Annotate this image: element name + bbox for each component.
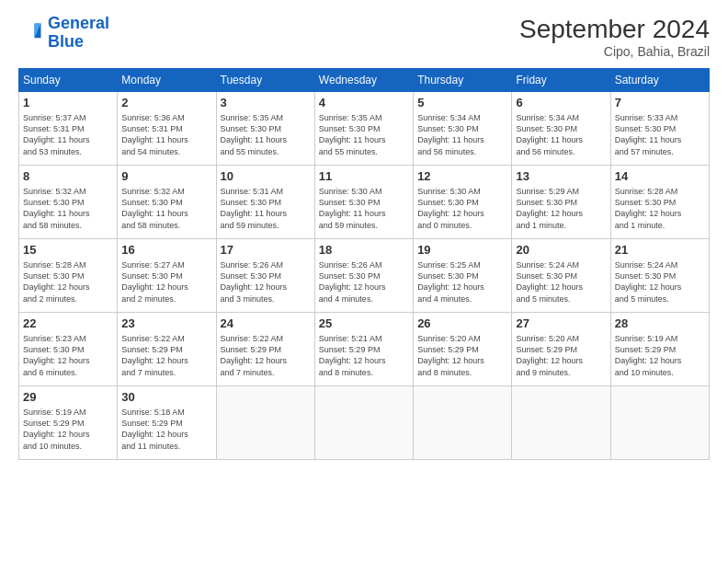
calendar-cell: 28Sunrise: 5:19 AM Sunset: 5:29 PM Dayli… [610, 313, 709, 386]
calendar-cell [314, 386, 413, 460]
day-number: 3 [221, 95, 311, 111]
calendar-cell: 2Sunrise: 5:36 AM Sunset: 5:31 PM Daylig… [118, 92, 216, 166]
day-number: 8 [23, 168, 113, 185]
calendar-cell: 14Sunrise: 5:28 AM Sunset: 5:30 PM Dayli… [610, 166, 709, 239]
calendar-cell: 12Sunrise: 5:30 AM Sunset: 5:30 PM Dayli… [414, 166, 512, 239]
day-number: 24 [221, 316, 311, 332]
day-number: 28 [615, 316, 705, 332]
calendar-week-2: 15Sunrise: 5:28 AM Sunset: 5:30 PM Dayli… [19, 239, 710, 313]
calendar-cell: 10Sunrise: 5:31 AM Sunset: 5:30 PM Dayli… [216, 166, 314, 239]
day-info: Sunrise: 5:22 AM Sunset: 5:29 PM Dayligh… [121, 333, 211, 378]
calendar-cell: 13Sunrise: 5:29 AM Sunset: 5:30 PM Dayli… [512, 166, 610, 239]
day-number: 7 [615, 95, 705, 111]
calendar-cell: 9Sunrise: 5:32 AM Sunset: 5:30 PM Daylig… [118, 166, 216, 239]
day-number: 29 [23, 389, 113, 406]
calendar-cell: 8Sunrise: 5:32 AM Sunset: 5:30 PM Daylig… [19, 166, 118, 239]
day-number: 18 [319, 242, 409, 259]
title-block: September 2024 Cipo, Bahia, Brazil [519, 15, 710, 59]
calendar-week-3: 22Sunrise: 5:23 AM Sunset: 5:30 PM Dayli… [19, 313, 710, 386]
day-number: 25 [319, 316, 409, 332]
col-monday: Monday [118, 69, 216, 92]
col-tuesday: Tuesday [216, 69, 314, 92]
day-info: Sunrise: 5:34 AM Sunset: 5:30 PM Dayligh… [417, 112, 507, 157]
calendar-cell: 3Sunrise: 5:35 AM Sunset: 5:30 PM Daylig… [216, 92, 314, 166]
day-info: Sunrise: 5:21 AM Sunset: 5:29 PM Dayligh… [319, 333, 409, 378]
logo-icon [18, 20, 44, 46]
calendar-cell: 23Sunrise: 5:22 AM Sunset: 5:29 PM Dayli… [118, 313, 216, 386]
calendar-cell [216, 386, 314, 460]
logo: General Blue [18, 15, 109, 52]
day-number: 16 [121, 242, 211, 259]
calendar-cell: 15Sunrise: 5:28 AM Sunset: 5:30 PM Dayli… [19, 239, 118, 313]
day-number: 13 [516, 168, 606, 185]
day-number: 10 [221, 168, 311, 185]
logo-text: General Blue [48, 15, 109, 52]
day-number: 9 [121, 168, 211, 185]
day-number: 27 [516, 316, 606, 332]
calendar-cell [414, 386, 512, 460]
calendar-cell: 20Sunrise: 5:24 AM Sunset: 5:30 PM Dayli… [512, 239, 610, 313]
calendar-cell: 7Sunrise: 5:33 AM Sunset: 5:30 PM Daylig… [610, 92, 709, 166]
day-info: Sunrise: 5:35 AM Sunset: 5:30 PM Dayligh… [319, 112, 409, 157]
calendar-week-1: 8Sunrise: 5:32 AM Sunset: 5:30 PM Daylig… [19, 166, 710, 239]
calendar-cell: 16Sunrise: 5:27 AM Sunset: 5:30 PM Dayli… [118, 239, 216, 313]
day-number: 11 [319, 168, 409, 185]
header-row: Sunday Monday Tuesday Wednesday Thursday… [19, 69, 710, 92]
day-info: Sunrise: 5:32 AM Sunset: 5:30 PM Dayligh… [121, 186, 211, 231]
day-number: 22 [23, 316, 113, 332]
day-number: 1 [23, 95, 113, 111]
calendar-cell [610, 386, 709, 460]
day-info: Sunrise: 5:27 AM Sunset: 5:30 PM Dayligh… [121, 259, 211, 304]
col-friday: Friday [512, 69, 610, 92]
calendar-cell: 27Sunrise: 5:20 AM Sunset: 5:29 PM Dayli… [512, 313, 610, 386]
day-info: Sunrise: 5:30 AM Sunset: 5:30 PM Dayligh… [417, 186, 507, 231]
calendar-body: 1Sunrise: 5:37 AM Sunset: 5:31 PM Daylig… [19, 92, 710, 460]
day-info: Sunrise: 5:28 AM Sunset: 5:30 PM Dayligh… [23, 259, 113, 304]
day-number: 12 [417, 168, 507, 185]
calendar-cell: 29Sunrise: 5:19 AM Sunset: 5:29 PM Dayli… [19, 386, 118, 460]
day-info: Sunrise: 5:25 AM Sunset: 5:30 PM Dayligh… [417, 259, 507, 304]
calendar-cell: 6Sunrise: 5:34 AM Sunset: 5:30 PM Daylig… [512, 92, 610, 166]
day-number: 26 [417, 316, 507, 332]
day-info: Sunrise: 5:19 AM Sunset: 5:29 PM Dayligh… [615, 333, 705, 378]
day-info: Sunrise: 5:18 AM Sunset: 5:29 PM Dayligh… [121, 407, 211, 452]
day-info: Sunrise: 5:24 AM Sunset: 5:30 PM Dayligh… [516, 259, 606, 304]
day-number: 30 [121, 389, 211, 406]
svg-marker-2 [22, 23, 35, 38]
day-number: 4 [319, 95, 409, 111]
day-number: 20 [516, 242, 606, 259]
day-info: Sunrise: 5:20 AM Sunset: 5:29 PM Dayligh… [417, 333, 507, 378]
day-number: 21 [615, 242, 705, 259]
calendar-table: Sunday Monday Tuesday Wednesday Thursday… [18, 68, 710, 460]
calendar-cell: 21Sunrise: 5:24 AM Sunset: 5:30 PM Dayli… [610, 239, 709, 313]
calendar-cell: 18Sunrise: 5:26 AM Sunset: 5:30 PM Dayli… [314, 239, 413, 313]
day-info: Sunrise: 5:23 AM Sunset: 5:30 PM Dayligh… [23, 333, 113, 378]
logo-blue: Blue [48, 33, 109, 52]
day-info: Sunrise: 5:34 AM Sunset: 5:30 PM Dayligh… [516, 112, 606, 157]
calendar-cell: 17Sunrise: 5:26 AM Sunset: 5:30 PM Dayli… [216, 239, 314, 313]
header: General Blue September 2024 Cipo, Bahia,… [18, 15, 710, 59]
logo-general: General [48, 14, 109, 32]
calendar-cell: 11Sunrise: 5:30 AM Sunset: 5:30 PM Dayli… [314, 166, 413, 239]
day-number: 19 [417, 242, 507, 259]
calendar-week-4: 29Sunrise: 5:19 AM Sunset: 5:29 PM Dayli… [19, 386, 710, 460]
day-info: Sunrise: 5:29 AM Sunset: 5:30 PM Dayligh… [516, 186, 606, 231]
calendar-cell: 1Sunrise: 5:37 AM Sunset: 5:31 PM Daylig… [19, 92, 118, 166]
day-number: 17 [221, 242, 311, 259]
calendar-cell: 26Sunrise: 5:20 AM Sunset: 5:29 PM Dayli… [414, 313, 512, 386]
calendar-cell: 30Sunrise: 5:18 AM Sunset: 5:29 PM Dayli… [118, 386, 216, 460]
col-sunday: Sunday [19, 69, 118, 92]
month-title: September 2024 [519, 15, 710, 44]
calendar-cell: 19Sunrise: 5:25 AM Sunset: 5:30 PM Dayli… [414, 239, 512, 313]
day-info: Sunrise: 5:36 AM Sunset: 5:31 PM Dayligh… [121, 112, 211, 157]
day-info: Sunrise: 5:35 AM Sunset: 5:30 PM Dayligh… [221, 112, 311, 157]
day-number: 5 [417, 95, 507, 111]
day-number: 14 [615, 168, 705, 185]
day-info: Sunrise: 5:26 AM Sunset: 5:30 PM Dayligh… [319, 259, 409, 304]
day-info: Sunrise: 5:19 AM Sunset: 5:29 PM Dayligh… [23, 407, 113, 452]
day-number: 23 [121, 316, 211, 332]
page: General Blue September 2024 Cipo, Bahia,… [0, 0, 728, 563]
day-info: Sunrise: 5:37 AM Sunset: 5:31 PM Dayligh… [23, 112, 113, 157]
day-info: Sunrise: 5:22 AM Sunset: 5:29 PM Dayligh… [221, 333, 311, 378]
day-info: Sunrise: 5:24 AM Sunset: 5:30 PM Dayligh… [615, 259, 705, 304]
